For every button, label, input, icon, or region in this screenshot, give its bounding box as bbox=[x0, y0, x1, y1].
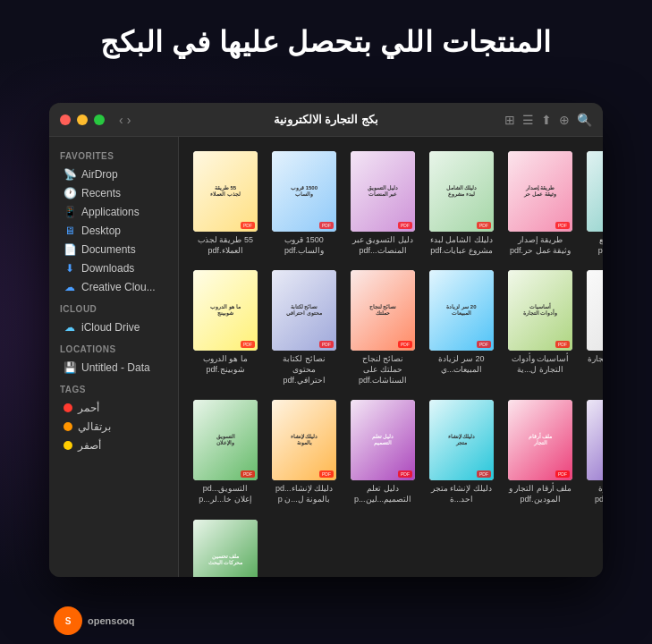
sidebar-item-label: Recents bbox=[81, 187, 121, 199]
sidebar-item-airdrop[interactable]: 📡 AirDrop bbox=[53, 165, 174, 183]
file-item[interactable]: ملف تحسينمحركات البحثPDFملف تحسين محركات… bbox=[190, 516, 261, 577]
sidebar-item-label: Applications bbox=[81, 206, 140, 218]
file-item[interactable]: أسرار البدءبتجارة زبائنPDFأسرار البدء بت… bbox=[583, 267, 603, 389]
opensooq-logo: S opensooq bbox=[54, 606, 135, 635]
file-label: دليل التسويق عبر المنصات...pdf bbox=[351, 235, 415, 256]
file-item[interactable]: دليلك لإنشاءمتجرPDFدليلك لإنشاء متجر احد… bbox=[426, 396, 497, 508]
sidebar-item-untitled[interactable]: 💾 Untitled - Data bbox=[53, 359, 174, 377]
sidebar-item-label: Downloads bbox=[81, 262, 134, 275]
file-label: طريقة صنع الاشتراك...p bbox=[587, 235, 603, 256]
drive-icon: 💾 bbox=[64, 361, 76, 374]
file-label: 55 طريقة لجذب العملاء.pdf bbox=[193, 235, 258, 256]
tag-label: أحمر bbox=[78, 402, 99, 414]
file-grid: 55 طريقةلجذب العملاءPDF55 طريقة لجذب الع… bbox=[179, 137, 603, 577]
tag-red-dot bbox=[64, 403, 72, 412]
window-controls bbox=[60, 114, 105, 125]
file-item[interactable]: ملف أرقامالتجارPDFملف أرقام التجار و الم… bbox=[504, 396, 576, 508]
file-label: ملف التجارة الالكترونية pdf bbox=[587, 484, 603, 504]
file-label: دليلك الشامل لبدء مشروع عبايات.pdf bbox=[429, 235, 494, 256]
file-item[interactable]: 20 سر لزيادةالمبيعاتPDF20 سر لزيادة المب… bbox=[426, 267, 497, 389]
file-item[interactable]: ملف التجارةالالكترونيةPDFملف التجارة الا… bbox=[583, 396, 603, 508]
tag-yellow-dot bbox=[64, 441, 72, 450]
file-item[interactable]: ما هو الدروبشوبينجPDFما هو الدروب شوبينج… bbox=[190, 267, 261, 389]
back-arrow[interactable]: ‹ bbox=[119, 113, 123, 127]
file-label: دليلك لإنشاء متجر احد...ة bbox=[429, 484, 494, 504]
favorites-label: Favorites bbox=[49, 144, 178, 165]
file-label: أسرار البدء بتجارة زبائن... bbox=[587, 354, 603, 375]
applications-icon: 📱 bbox=[64, 206, 76, 218]
title-bar: ‹ › بكج التجارة الالكترونية ⊞ ☰ ⬆ ⊕ 🔍 bbox=[49, 103, 603, 137]
window-title: بكج التجارة الالكترونية bbox=[274, 113, 378, 126]
minimize-button[interactable] bbox=[77, 114, 88, 125]
sidebar-item-creative-cloud[interactable]: ☁ Creative Clou... bbox=[53, 278, 174, 296]
file-item[interactable]: طريقة صنعالاشتراكPDFطريقة صنع الاشتراك..… bbox=[583, 148, 603, 259]
toolbar-right: ⊞ ☰ ⬆ ⊕ 🔍 bbox=[504, 113, 592, 127]
forward-arrow[interactable]: › bbox=[127, 113, 131, 127]
tags-label: Tags bbox=[49, 377, 178, 398]
file-item[interactable]: أساسياتوأدوات التجارةPDFأساسيات وأدوات ا… bbox=[504, 267, 576, 389]
sidebar-item-label: iCloud Drive bbox=[81, 321, 140, 334]
documents-icon: 📄 bbox=[64, 243, 76, 256]
opensooq-text: opensooq bbox=[88, 615, 135, 626]
sidebar-item-label: Desktop bbox=[81, 225, 121, 237]
file-item[interactable]: نصائح لكتابةمحتوى احترافيPDFنصائح لكتابة… bbox=[268, 267, 340, 389]
file-item[interactable]: نصائح لنجاححملتكPDFنصائح لنجاح حملتك على… bbox=[347, 267, 419, 389]
file-item[interactable]: 55 طريقةلجذب العملاءPDF55 طريقة لجذب الع… bbox=[190, 148, 261, 259]
file-item[interactable]: طريقة إصداروثيقة عمل حرPDFطريقة إصدار وث… bbox=[504, 148, 576, 259]
page-title: المنتجات اللي بتحصل عليها في البكج bbox=[0, 16, 652, 68]
file-item[interactable]: دليلك لإنشاءبالمونةPDFدليلك لإنشاء...pd … bbox=[268, 396, 340, 508]
finder-window: ‹ › بكج التجارة الالكترونية ⊞ ☰ ⬆ ⊕ 🔍 Fa… bbox=[49, 103, 603, 577]
sidebar-item-icloud-drive[interactable]: ☁ iCloud Drive bbox=[53, 318, 174, 336]
file-label: أساسيات وأدوات التجارة ل...ية bbox=[508, 354, 572, 375]
downloads-icon: ⬇ bbox=[64, 262, 76, 275]
recents-icon: 🕐 bbox=[64, 187, 76, 199]
icloud-drive-icon: ☁ bbox=[64, 321, 76, 334]
sidebar-item-label: Untitled - Data bbox=[81, 361, 150, 374]
close-button[interactable] bbox=[60, 114, 71, 125]
sidebar-item-applications[interactable]: 📱 Applications bbox=[53, 203, 174, 221]
file-label: 20 سر لزيادة المبيعات...ي bbox=[429, 354, 494, 375]
sidebar-item-tag-yellow[interactable]: أصفر bbox=[53, 436, 174, 454]
file-label: التسويق...pd إعلان خا...لر...p bbox=[193, 484, 258, 504]
file-label: نصائح لنجاح حملتك على السناشات.pdf bbox=[351, 354, 415, 386]
file-label: 1500 قروب والساب.pdf bbox=[272, 235, 336, 256]
sidebar-item-documents[interactable]: 📄 Documents bbox=[53, 241, 174, 258]
file-label: طريقة إصدار وثيقة عمل حر.pdf bbox=[508, 235, 572, 256]
sidebar-item-downloads[interactable]: ⬇ Downloads bbox=[53, 259, 174, 277]
grid-view-icon[interactable]: ⊞ bbox=[504, 113, 515, 127]
svg-text:S: S bbox=[65, 616, 72, 626]
sidebar-item-recents[interactable]: 🕐 Recents bbox=[53, 184, 174, 202]
sidebar-item-desktop[interactable]: 🖥 Desktop bbox=[53, 222, 174, 240]
airdrop-icon: 📡 bbox=[64, 168, 76, 181]
file-item[interactable]: دليل التسويقعبر المنصاتPDFدليل التسويق ع… bbox=[347, 148, 419, 259]
list-view-icon[interactable]: ☰ bbox=[522, 113, 534, 127]
icloud-label: iCloud bbox=[49, 297, 178, 318]
sidebar-item-tag-red[interactable]: أحمر bbox=[53, 399, 174, 417]
maximize-button[interactable] bbox=[94, 114, 105, 125]
search-icon[interactable]: 🔍 bbox=[577, 113, 592, 127]
file-label: ملف أرقام التجار و المودين.pdf bbox=[508, 484, 572, 504]
share-icon[interactable]: ⬆ bbox=[541, 113, 552, 127]
sidebar: Favorites 📡 AirDrop 🕐 Recents 📱 Applicat… bbox=[49, 137, 179, 577]
main-area: Favorites 📡 AirDrop 🕐 Recents 📱 Applicat… bbox=[49, 137, 603, 577]
creative-cloud-icon: ☁ bbox=[64, 281, 76, 293]
file-item[interactable]: دليل تعلمالتصميمPDFدليل تعلم التصميم...ل… bbox=[347, 396, 419, 508]
file-item[interactable]: دليلك الشامللبدء مشروعPDFدليلك الشامل لب… bbox=[426, 148, 497, 259]
sidebar-item-label: Creative Clou... bbox=[81, 281, 156, 293]
tag-label: أصفر bbox=[78, 439, 101, 452]
desktop-icon: 🖥 bbox=[64, 225, 76, 237]
file-label: ما هو الدروب شوبينج.pdf bbox=[193, 354, 258, 375]
locations-label: Locations bbox=[49, 337, 178, 358]
nav-arrows: ‹ › bbox=[119, 113, 131, 127]
file-label: دليلك لإنشاء...pd بالمونة ل...ن p bbox=[272, 484, 336, 504]
file-label: دليل تعلم التصميم...لين...p bbox=[351, 484, 415, 504]
sidebar-item-tag-orange[interactable]: برتقالي bbox=[53, 418, 174, 436]
action-icon[interactable]: ⊕ bbox=[559, 113, 570, 127]
tag-label: برتقالي bbox=[78, 420, 111, 433]
file-item[interactable]: التسويقوالإعلانPDFالتسويق...pd إعلان خا.… bbox=[190, 396, 261, 508]
sidebar-item-label: Documents bbox=[81, 243, 136, 256]
file-item[interactable]: 1500 قروبوالسابPDF1500 قروب والساب.pdf bbox=[268, 148, 340, 259]
watermark-bar: S opensooq bbox=[0, 606, 652, 635]
opensooq-icon: S bbox=[54, 606, 82, 635]
tag-orange-dot bbox=[64, 422, 72, 431]
